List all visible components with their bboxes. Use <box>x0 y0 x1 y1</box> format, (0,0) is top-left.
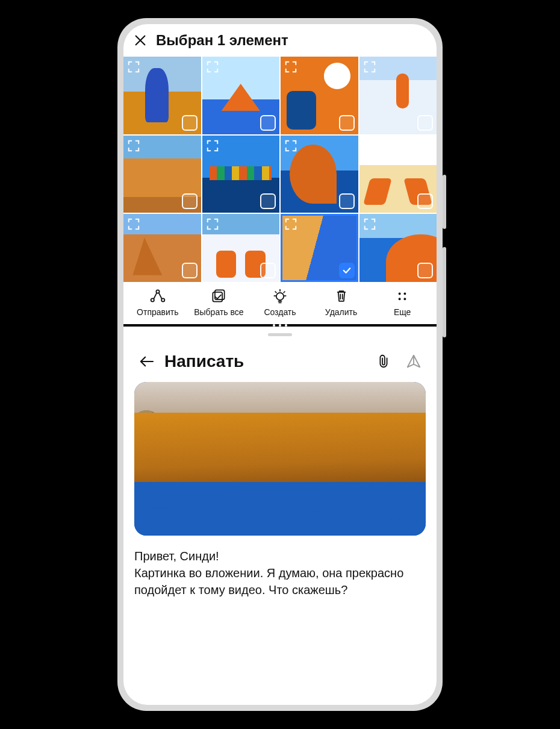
svg-rect-4 <box>213 292 223 302</box>
select-checkbox[interactable] <box>417 193 433 209</box>
selection-header: Выбран 1 элемент <box>123 24 437 57</box>
select-checkbox[interactable] <box>182 115 198 131</box>
fullscreen-icon[interactable] <box>363 60 376 74</box>
paperclip-icon <box>376 354 391 369</box>
drag-handle[interactable] <box>123 327 437 342</box>
send-icon <box>406 354 422 369</box>
create-label: Создать <box>264 307 296 317</box>
select-checkbox[interactable] <box>260 263 276 278</box>
send-label: Отправить <box>137 307 178 317</box>
back-button[interactable] <box>134 349 158 374</box>
message-body[interactable]: Привет, Синди! Картинка во вложении. Я д… <box>134 548 426 598</box>
fullscreen-icon[interactable] <box>363 139 376 152</box>
svg-point-9 <box>404 298 406 300</box>
compose-title: Написать <box>164 352 366 371</box>
fullscreen-icon[interactable] <box>206 60 219 74</box>
svg-point-8 <box>399 298 401 300</box>
select-checkbox[interactable] <box>417 263 433 278</box>
fullscreen-icon[interactable] <box>363 217 376 231</box>
photo-shoreline[interactable] <box>281 214 358 282</box>
fullscreen-icon[interactable] <box>206 139 219 152</box>
photo-umbrella[interactable] <box>359 214 437 282</box>
photo-beach-objects[interactable] <box>281 57 358 134</box>
fullscreen-icon[interactable] <box>284 217 297 231</box>
more-button[interactable]: Еще <box>372 288 433 317</box>
close-button[interactable] <box>127 27 154 54</box>
delete-button[interactable]: Удалить <box>311 288 372 317</box>
select-all-icon <box>210 288 227 304</box>
fullscreen-icon[interactable] <box>206 217 219 231</box>
selection-title: Выбран 1 элемент <box>156 32 288 49</box>
photo-color-houses[interactable] <box>202 136 280 213</box>
svg-point-6 <box>399 293 401 295</box>
photo-snow-chairs[interactable] <box>202 214 280 282</box>
attach-button[interactable] <box>372 349 396 374</box>
message-line-2: Картинка во вложении. Я думаю, она прекр… <box>134 565 426 598</box>
fullscreen-icon[interactable] <box>127 139 140 152</box>
photo-paper-boat[interactable] <box>202 57 280 134</box>
screen: Выбран 1 элемент <box>123 24 437 705</box>
select-checkbox[interactable] <box>339 193 355 209</box>
photo-tulip-field[interactable] <box>123 57 201 134</box>
fullscreen-icon[interactable] <box>127 217 140 231</box>
photo-grid <box>123 57 437 282</box>
select-all-button[interactable]: Выбрать все <box>188 288 250 317</box>
select-checkbox[interactable] <box>260 193 276 209</box>
create-button[interactable]: Создать <box>249 288 311 317</box>
fullscreen-icon[interactable] <box>284 60 297 74</box>
photo-desert-rocks[interactable] <box>123 214 201 282</box>
photo-desert-camels[interactable] <box>123 136 201 213</box>
send-button[interactable]: Отправить <box>127 288 188 317</box>
compose-header: Написать <box>134 345 426 378</box>
gallery-toolbar: Отправить Выбрать все <box>123 282 437 324</box>
attachment-image[interactable] <box>134 382 426 536</box>
close-icon <box>134 34 147 47</box>
select-checkbox[interactable] <box>260 115 276 131</box>
back-arrow-icon <box>138 355 154 368</box>
select-checkbox[interactable] <box>339 115 355 131</box>
more-icon <box>394 288 411 304</box>
select-checkbox[interactable] <box>182 263 198 278</box>
select-checkbox[interactable] <box>182 193 198 209</box>
phone-frame: Выбран 1 элемент <box>117 18 443 711</box>
select-all-label: Выбрать все <box>194 307 243 317</box>
more-label: Еще <box>394 307 411 317</box>
svg-point-5 <box>276 293 284 300</box>
select-checkbox[interactable] <box>417 115 433 131</box>
svg-point-7 <box>404 293 406 295</box>
svg-point-2 <box>156 290 159 293</box>
lightbulb-icon <box>272 288 288 304</box>
select-checkbox[interactable] <box>339 263 355 278</box>
photo-beach-chairs[interactable] <box>359 136 437 213</box>
fullscreen-icon[interactable] <box>127 60 140 74</box>
photo-skier[interactable] <box>359 57 437 134</box>
send-message-button[interactable] <box>402 349 426 374</box>
trash-icon <box>333 288 350 304</box>
photo-rock-arch[interactable] <box>281 136 358 213</box>
delete-label: Удалить <box>325 307 357 317</box>
compose-panel: Написать <box>123 342 437 610</box>
fullscreen-icon[interactable] <box>284 139 297 152</box>
message-line-1: Привет, Синди! <box>134 548 426 565</box>
share-icon <box>149 288 166 304</box>
split-divider[interactable] <box>123 324 437 327</box>
